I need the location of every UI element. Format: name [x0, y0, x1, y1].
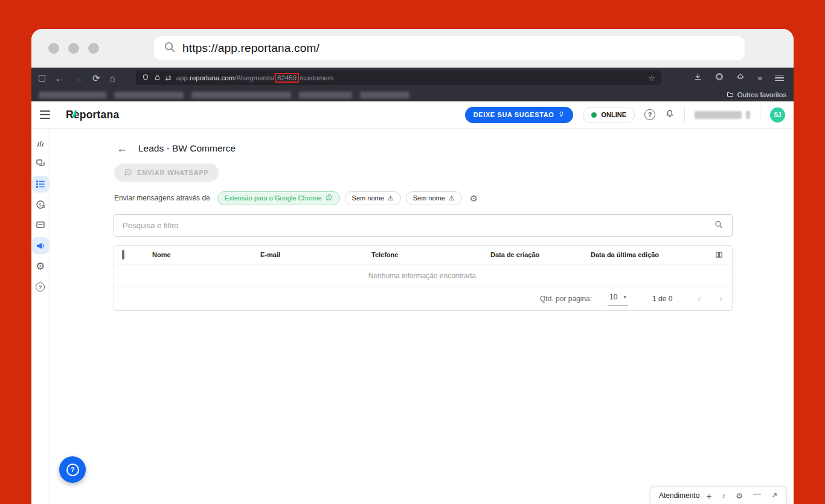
- channel-chip-unnamed[interactable]: Sem nome ⚠: [406, 191, 462, 205]
- menu-icon[interactable]: [40, 110, 50, 119]
- extension-avatar-icon[interactable]: [715, 72, 724, 83]
- redacted-bookmark[interactable]: [191, 92, 291, 98]
- back-icon[interactable]: ←: [55, 74, 64, 83]
- sidebar-item-messages[interactable]: [32, 217, 49, 234]
- sidebar-item-campaigns[interactable]: [32, 237, 49, 254]
- per-page-value: 10: [609, 293, 617, 301]
- sidebar-item-chats[interactable]: [32, 155, 49, 172]
- app-logo[interactable]: Reportana: [66, 109, 119, 121]
- expand-icon[interactable]: [771, 490, 778, 501]
- column-header-telefone[interactable]: Telefone: [364, 251, 483, 258]
- minimize-icon[interactable]: —: [753, 490, 761, 497]
- pagination: Qtd. por página: 10 ▾ 1 de 0 ‹ ›: [114, 287, 732, 310]
- next-page-button[interactable]: ›: [719, 294, 722, 304]
- chat-widget-title: Atendimento: [659, 491, 699, 500]
- chip-unnamed-label: Sem nome: [352, 194, 384, 202]
- help-icon[interactable]: ?: [644, 109, 655, 120]
- url-prefix: app.: [176, 74, 190, 81]
- other-bookmarks[interactable]: Outros favoritos: [727, 91, 786, 99]
- new-chat-icon[interactable]: +: [707, 491, 712, 500]
- browser-menu-icon[interactable]: [775, 75, 784, 81]
- prev-page-button[interactable]: ‹: [698, 294, 701, 304]
- sidebar-item-segments[interactable]: [32, 176, 49, 193]
- bookmarks-bar: Outros favoritos: [31, 88, 794, 101]
- channel-chip-unnamed[interactable]: Sem nome ⚠: [345, 191, 401, 205]
- question-icon: ?: [66, 464, 79, 476]
- chat-widget: Atendimento + ♪ ⚙ —: [650, 486, 787, 504]
- download-icon[interactable]: [693, 72, 702, 84]
- address-bar[interactable]: https://app.reportana.com/: [154, 36, 745, 60]
- page-title: Leads - BW Commerce: [138, 143, 236, 154]
- select-all-checkbox[interactable]: [122, 250, 124, 260]
- column-header-nome[interactable]: Nome: [145, 251, 253, 258]
- per-page-label: Qtd. por página:: [540, 295, 592, 303]
- chip-extension-label: Extensão para o Google Chrome: [225, 194, 322, 202]
- search-icon[interactable]: [714, 220, 724, 232]
- redacted-bookmark[interactable]: [299, 92, 352, 98]
- help-fab[interactable]: ?: [59, 456, 86, 483]
- sound-icon[interactable]: ♪: [722, 492, 725, 499]
- online-label: ONLINE: [601, 111, 626, 118]
- redacted-bookmark[interactable]: [39, 92, 106, 98]
- back-button[interactable]: ←: [117, 143, 127, 154]
- chevron-down-icon: ▾: [623, 294, 626, 300]
- home-icon[interactable]: ⌂: [110, 74, 115, 83]
- table-header-row: Nome E-mail Telefone Data de criação Dat…: [114, 246, 732, 264]
- redacted-bookmark[interactable]: [114, 92, 184, 98]
- shield-icon[interactable]: [142, 74, 149, 82]
- tab-icon[interactable]: [39, 75, 45, 81]
- lock-icon[interactable]: [154, 74, 161, 82]
- avatar[interactable]: SJ: [770, 107, 785, 123]
- sidebar-item-help[interactable]: ?: [32, 278, 49, 295]
- online-status[interactable]: ONLINE: [583, 107, 635, 123]
- url-bar[interactable]: ⇄ app.reportana.com/#/segments/82459/cus…: [136, 71, 661, 85]
- sidebar-item-sales-recovery[interactable]: $: [32, 196, 49, 213]
- online-dot-icon: [591, 112, 597, 118]
- column-header-data-edicao[interactable]: Data da última edição: [583, 251, 705, 258]
- leads-table: Nome E-mail Telefone Data de criação Dat…: [114, 245, 733, 311]
- divider: [684, 107, 685, 123]
- send-whatsapp-label: ENVIAR WHATSAPP: [137, 169, 209, 176]
- suggestion-label: DEIXE SUA SUGESTAO: [473, 111, 554, 118]
- channel-settings-icon[interactable]: ⚙: [470, 194, 478, 203]
- bell-icon[interactable]: [665, 109, 675, 121]
- message-icon: [35, 220, 46, 231]
- send-whatsapp-button[interactable]: ENVIAR WHATSAPP: [114, 164, 219, 182]
- window-dot[interactable]: [88, 43, 99, 54]
- forward-icon[interactable]: →: [74, 74, 83, 83]
- page-info: 1 de 0: [652, 295, 672, 303]
- url-path-after: /customers: [300, 74, 333, 81]
- window-chrome: https://app.reportana.com/: [31, 29, 794, 68]
- user-name-redacted[interactable]: [695, 111, 750, 119]
- url-text: app.reportana.com/#/segments/82459/custo…: [176, 73, 334, 83]
- url-highlight-box: 82459: [275, 73, 299, 83]
- browser-window: https://app.reportana.com/ ← → ⟳ ⌂ ⇄: [31, 29, 794, 504]
- columns-config-icon[interactable]: [705, 250, 732, 259]
- header-actions: DEIXE SUA SUGESTAO ONLINE ?: [465, 107, 785, 123]
- browser-toolbar: ← → ⟳ ⌂ ⇄ app.reportana.com/#/segments/8…: [31, 68, 794, 88]
- search-input[interactable]: [123, 221, 714, 230]
- sidebar: $ ⚙ ?: [31, 129, 50, 504]
- bookmark-star-icon[interactable]: ☆: [648, 74, 655, 83]
- gear-icon: ⚙: [36, 261, 45, 272]
- window-dot[interactable]: [68, 43, 79, 54]
- nav-buttons: ← → ⟳ ⌂: [39, 74, 115, 83]
- chat-settings-icon[interactable]: ⚙: [736, 492, 743, 500]
- chats-icon: [35, 158, 46, 169]
- column-header-data-criacao[interactable]: Data de criação: [483, 251, 583, 258]
- overflow-icon[interactable]: »: [757, 74, 762, 82]
- per-page-select[interactable]: 10 ▾: [608, 292, 628, 306]
- main-content: ← Leads - BW Commerce ENVIAR WHATSAPP En…: [50, 129, 794, 504]
- redacted-bookmark[interactable]: [360, 92, 409, 98]
- reload-icon[interactable]: ⟳: [92, 74, 100, 83]
- sidebar-item-dashboard[interactable]: [32, 135, 49, 152]
- swap-icon[interactable]: ⇄: [165, 74, 172, 81]
- extensions-icon[interactable]: [736, 72, 745, 83]
- channel-chip-extension[interactable]: Extensão para o Google Chrome: [217, 191, 340, 205]
- app-body: $ ⚙ ? ←: [31, 129, 794, 504]
- help-circle-icon: ?: [36, 282, 45, 292]
- suggestion-button[interactable]: DEIXE SUA SUGESTAO: [465, 107, 574, 123]
- window-dot[interactable]: [48, 43, 59, 54]
- sidebar-item-settings[interactable]: ⚙: [32, 258, 49, 275]
- column-header-email[interactable]: E-mail: [253, 251, 364, 258]
